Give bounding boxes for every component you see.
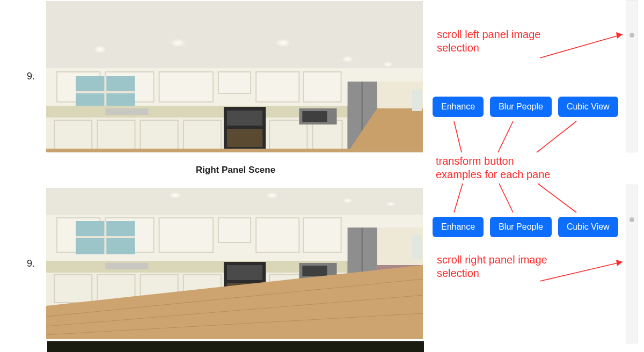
left-panel-scrollbar[interactable] xyxy=(626,0,638,152)
svg-rect-27 xyxy=(227,129,262,147)
svg-rect-69 xyxy=(412,235,422,259)
svg-rect-11 xyxy=(256,72,299,102)
cubic-view-button-top[interactable]: Cubic View xyxy=(558,97,618,117)
panel-row-top: 9. xyxy=(27,0,423,153)
blur-people-button-bottom[interactable]: Blur People xyxy=(490,217,552,237)
svg-marker-75 xyxy=(616,32,623,39)
svg-rect-48 xyxy=(303,218,341,252)
right-panel-scrollbar[interactable] xyxy=(626,185,638,343)
svg-point-42 xyxy=(385,201,396,207)
annotation-scroll-left: scroll left panel image selection xyxy=(437,28,609,55)
row-index-bottom: 9. xyxy=(27,258,46,269)
transform-buttons-top: Enhance Blur People Cubic View xyxy=(433,97,618,117)
panel-row-bottom: 9. xyxy=(27,184,423,343)
svg-rect-10 xyxy=(218,72,251,93)
svg-line-82 xyxy=(540,262,623,281)
svg-line-74 xyxy=(540,34,623,58)
svg-rect-36 xyxy=(46,149,423,152)
blur-people-button-top[interactable]: Blur People xyxy=(490,97,552,117)
svg-rect-24 xyxy=(105,108,148,115)
svg-rect-62 xyxy=(227,265,262,280)
svg-line-78 xyxy=(537,121,576,152)
svg-rect-26 xyxy=(227,111,262,126)
divider-label: Right Panel Scene xyxy=(47,159,424,181)
scroll-thumb-icon[interactable] xyxy=(630,217,634,222)
svg-rect-65 xyxy=(302,266,327,276)
svg-point-1 xyxy=(92,45,107,54)
svg-point-39 xyxy=(168,192,183,199)
svg-point-5 xyxy=(382,61,394,68)
cubic-view-button-bottom[interactable]: Cubic View xyxy=(558,217,618,237)
svg-line-80 xyxy=(499,184,513,212)
svg-marker-83 xyxy=(616,260,623,266)
svg-rect-12 xyxy=(303,72,341,102)
svg-line-79 xyxy=(454,184,463,212)
svg-rect-0 xyxy=(46,1,423,68)
svg-line-76 xyxy=(454,121,462,152)
svg-rect-35 xyxy=(412,90,422,111)
enhance-button-bottom[interactable]: Enhance xyxy=(433,217,484,237)
svg-line-81 xyxy=(538,184,576,212)
panorama-image-bottom[interactable] xyxy=(46,188,423,339)
svg-point-4 xyxy=(341,55,354,63)
annotation-transform: transform button examples for each pane xyxy=(436,155,597,181)
svg-rect-9 xyxy=(159,72,213,102)
svg-rect-37 xyxy=(46,188,423,215)
svg-line-77 xyxy=(498,121,513,152)
svg-point-3 xyxy=(274,38,291,48)
panorama-image-top[interactable] xyxy=(46,1,423,152)
svg-point-2 xyxy=(170,38,187,48)
svg-point-40 xyxy=(265,192,280,199)
svg-rect-29 xyxy=(302,111,327,122)
row-index-top: 9. xyxy=(27,71,46,82)
svg-rect-47 xyxy=(256,218,299,252)
scroll-thumb-icon[interactable] xyxy=(630,33,634,38)
svg-rect-45 xyxy=(159,218,213,252)
svg-rect-46 xyxy=(218,218,251,243)
svg-rect-60 xyxy=(105,263,148,269)
enhance-button-top[interactable]: Enhance xyxy=(433,97,484,117)
next-panorama-peek xyxy=(47,341,424,352)
svg-point-41 xyxy=(342,197,354,204)
annotation-scroll-right: scroll right panel image selection xyxy=(437,253,609,280)
transform-buttons-bottom: Enhance Blur People Cubic View xyxy=(433,217,618,237)
